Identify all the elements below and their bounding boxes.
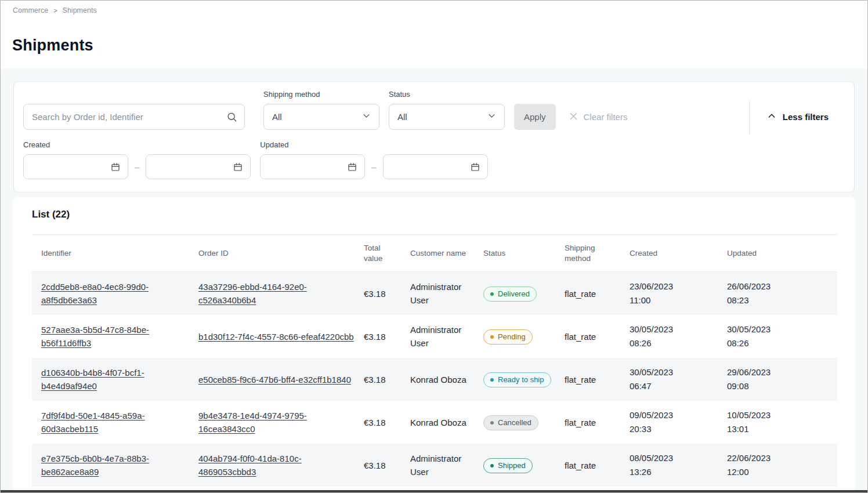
shipping-method: flat_rate	[565, 444, 630, 487]
close-icon	[569, 111, 578, 123]
shipping-method-field: Shipping method All	[263, 90, 379, 130]
clear-filters-label: Clear filters	[584, 112, 628, 122]
order-id-link[interactable]: 9b4e3478-1e4d-4974-9795-16cea3843cc0	[198, 411, 307, 434]
table-row: d106340b-b4b8-4f07-bcf1-b4e4d9af94e0e50c…	[32, 358, 837, 401]
status-select[interactable]: All	[389, 104, 505, 130]
customer-name: Administrator User	[410, 315, 483, 358]
customer-name: Administrator User	[410, 444, 483, 487]
date-range-separator: –	[135, 162, 139, 172]
search-icon	[226, 111, 237, 125]
created-label: Created	[23, 140, 251, 149]
status-badge: Cancelled	[483, 415, 538, 430]
updated-timestamp: 10/05/202313:01	[727, 401, 837, 444]
table-body: 2cdd5eb8-e8a0-4ec8-99d0-a8f5db6e3a6343a3…	[32, 272, 837, 487]
updated-date-field: Updated –	[260, 140, 487, 179]
apply-button[interactable]: Apply	[514, 104, 556, 130]
total-value: €3.18	[364, 401, 410, 444]
status-badge: Pending	[483, 329, 533, 345]
created-from-input[interactable]	[23, 154, 128, 179]
column-header-identifier: Identifier	[32, 235, 198, 272]
created-timestamp: 08/05/202313:26	[630, 444, 727, 487]
list-panel: List (22) IdentifierOrder IDTotal valueC…	[13, 197, 855, 492]
status-label: Cancelled	[498, 418, 531, 428]
updated-from-input[interactable]	[260, 154, 365, 179]
identifier-link[interactable]: e7e375cb-6b0b-4e7a-88b3-be862ace8a89	[41, 454, 149, 477]
identifier-link[interactable]: 2cdd5eb8-e8a0-4ec8-99d0-a8f5db6e3a63	[41, 282, 149, 305]
status-dot-icon	[490, 421, 494, 425]
total-value: €3.18	[364, 272, 410, 316]
vertical-divider	[749, 100, 750, 134]
updated-timestamp: 29/06/202309:08	[727, 358, 837, 401]
filters-row-dates: Created –	[23, 140, 845, 179]
shipments-table: IdentifierOrder IDTotal valueCustomer na…	[32, 234, 837, 487]
column-header-shipping-method: Shipping method	[565, 235, 630, 272]
total-value: €3.18	[364, 315, 410, 358]
table-row: 2cdd5eb8-e8a0-4ec8-99d0-a8f5db6e3a6343a3…	[32, 272, 837, 316]
shipping-method-value: All	[272, 112, 282, 122]
status-label: Delivered	[498, 289, 530, 299]
less-filters-label: Less filters	[783, 112, 829, 122]
status-label: Shipped	[498, 461, 526, 471]
search-field	[23, 104, 245, 130]
status-field: Status All	[389, 90, 505, 130]
created-date-range: –	[23, 154, 251, 179]
shipments-page: Commerce > Shipments Shipments Shipping …	[0, 0, 868, 493]
chevron-down-icon	[487, 111, 496, 122]
created-timestamp: 09/05/202320:33	[630, 401, 727, 444]
status-dot-icon	[490, 464, 494, 467]
updated-to-input[interactable]	[383, 154, 488, 179]
shipping-method: flat_rate	[565, 401, 630, 444]
created-date-field: Created –	[23, 140, 251, 179]
status-label: Ready to ship	[498, 375, 544, 385]
created-timestamp: 30/05/202306:47	[630, 358, 727, 401]
status-label: Pending	[498, 332, 526, 342]
breadcrumb: Commerce > Shipments	[1, 1, 867, 14]
order-id-link[interactable]: b1d30f12-7f4c-4557-8c66-efeaf4220cbb	[198, 332, 354, 342]
order-id-link[interactable]: 404ab794-f0f0-41da-810c-4869053cbbd3	[198, 454, 302, 477]
updated-timestamp: 26/06/202308:23	[727, 272, 837, 316]
table-header-row: IdentifierOrder IDTotal valueCustomer na…	[32, 235, 837, 272]
clear-filters-button[interactable]: Clear filters	[569, 104, 628, 130]
customer-name: Konrad Oboza	[410, 401, 483, 444]
table-row: 7df9f4bd-50e1-4845-a59a-60d3acbeb1159b4e…	[32, 401, 837, 444]
chevron-up-icon	[767, 111, 776, 122]
filters-toggle-group: Less filters	[749, 100, 845, 130]
bottom-bar	[1, 490, 867, 492]
updated-date-range: –	[260, 154, 487, 179]
identifier-link[interactable]: d106340b-b4b8-4f07-bcf1-b4e4d9af94e0	[41, 368, 144, 391]
order-id-link[interactable]: e50ceb85-f9c6-47b6-bff4-e32cff1b1840	[198, 375, 351, 385]
breadcrumb-commerce[interactable]: Commerce	[13, 6, 48, 14]
list-title: List (22)	[32, 209, 836, 220]
status-label: Status	[389, 90, 505, 99]
created-to-input[interactable]	[146, 154, 251, 179]
total-value: €3.18	[364, 358, 410, 401]
page-title: Shipments	[12, 37, 867, 55]
search-input[interactable]	[23, 104, 245, 130]
status-badge: Delivered	[483, 287, 537, 302]
less-filters-toggle[interactable]: Less filters	[767, 104, 829, 130]
shipping-method-select[interactable]: All	[263, 104, 379, 130]
identifier-link[interactable]: 7df9f4bd-50e1-4845-a59a-60d3acbeb115	[41, 411, 144, 434]
column-header-order-id: Order ID	[198, 235, 364, 272]
status-value: All	[397, 112, 407, 122]
shipping-method: flat_rate	[565, 358, 630, 401]
column-header-total-value: Total value	[364, 235, 410, 272]
customer-name: Konrad Oboza	[410, 358, 483, 401]
column-header-created: Created	[630, 235, 727, 272]
filters-row-primary: Shipping method All Status All	[23, 90, 845, 130]
calendar-icon	[470, 162, 480, 175]
shipping-method: flat_rate	[565, 272, 630, 316]
order-id-link[interactable]: 43a37296-ebbd-4164-92e0-c526a340b6b4	[198, 282, 307, 305]
calendar-icon	[347, 162, 357, 175]
created-timestamp: 23/06/202311:00	[630, 272, 727, 316]
identifier-link[interactable]: 527aae3a-5b5d-47c8-84be-b56f11d6ffb3	[41, 325, 149, 348]
shipping-method: flat_rate	[565, 315, 630, 358]
content-area: Shipping method All Status All	[1, 68, 867, 492]
customer-name: Administrator User	[410, 272, 483, 316]
table-row: 527aae3a-5b5d-47c8-84be-b56f11d6ffb3b1d3…	[32, 315, 837, 358]
chevron-down-icon	[362, 111, 371, 122]
shipping-method-label: Shipping method	[263, 90, 379, 99]
status-dot-icon	[490, 378, 494, 382]
total-value: €3.18	[364, 444, 410, 487]
calendar-icon	[233, 162, 243, 175]
